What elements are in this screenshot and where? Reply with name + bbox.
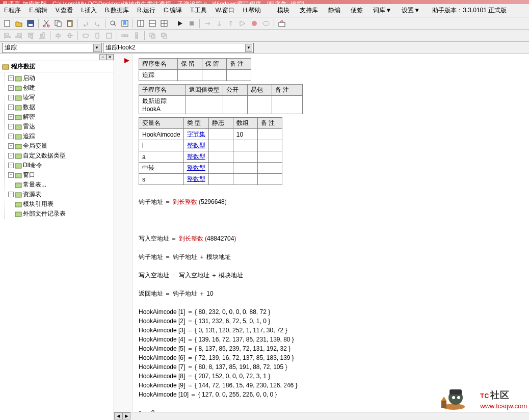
new-file-button[interactable] (2, 18, 12, 29)
expand-toggle[interactable]: + (8, 163, 14, 168)
same-height-button[interactable] (92, 31, 102, 41)
cut-button[interactable] (41, 18, 51, 29)
expand-toggle[interactable]: + (8, 104, 14, 110)
tree-item[interactable]: +自定义数据类型 (8, 151, 112, 161)
table-row[interactable]: a整数型 (139, 151, 282, 163)
type-link[interactable]: 整数型 (187, 164, 205, 171)
menu-help[interactable]: H.帮助 (241, 5, 263, 16)
table-row[interactable]: i整数型 (139, 140, 282, 151)
code-line[interactable]: HookAimcode [2] ＝ { 131, 232, 6, 72, 5, … (139, 317, 523, 326)
align-top-button[interactable] (25, 31, 36, 41)
editor-content[interactable]: 程序集名 保 留 保 留 备 注 追踪 子程序名 返回值类型 公开 (133, 54, 529, 420)
tree-item[interactable]: +Dll命令 (8, 161, 112, 170)
menu-insert[interactable]: I.插入 (79, 5, 99, 16)
code-line[interactable]: HookAimcode [5] ＝ { 8, 137, 85, 239, 72,… (139, 344, 523, 353)
expand-toggle[interactable]: + (8, 75, 14, 81)
table-row[interactable]: 中转整数型 (139, 163, 282, 174)
menu-compile[interactable]: C.编译 (162, 5, 184, 16)
view-grid-button[interactable] (159, 18, 169, 29)
scroll-left-button[interactable]: ◀ (114, 412, 122, 419)
tree-item[interactable]: +创建 (8, 83, 112, 93)
tree-item[interactable]: +窗口 (8, 170, 112, 180)
save-button[interactable] (25, 18, 36, 29)
code-line[interactable]: 钩子地址 ＝ 钩子地址 ＋ 模块地址 (139, 252, 523, 261)
tree-item[interactable]: 外部文件记录表 (8, 209, 112, 219)
menu-module[interactable]: 模块 (275, 5, 292, 16)
sidebar-minimize-button[interactable]: ▫ (99, 54, 107, 60)
table-row[interactable]: HookAimcode字节集10 (139, 129, 282, 140)
code-line[interactable]: HookAimcode [3] ＝ { 0, 131, 120, 252, 1,… (139, 326, 523, 335)
stop-button[interactable] (187, 18, 197, 29)
code-line[interactable]: HookAimcode [1] ＝ { 80, 232, 0, 0, 0, 0,… (139, 307, 523, 317)
code-line[interactable]: 钩子地址 ＝ 到长整数 (5296648) (139, 197, 523, 206)
code-line[interactable]: HookAimcode [4] ＝ { 139, 16, 72, 137, 85… (139, 335, 523, 344)
progset-selector[interactable]: 追踪 ▼ (2, 43, 102, 53)
undo-button[interactable] (81, 18, 91, 29)
tree-item[interactable]: +资源表 (8, 190, 112, 199)
expand-toggle[interactable]: + (8, 134, 14, 139)
tree-item[interactable]: +追踪 (8, 132, 112, 141)
bring-front-button[interactable] (147, 31, 157, 41)
menu-edit[interactable]: E.编辑 (27, 5, 49, 16)
table-row[interactable]: 最新追踪HookA (139, 96, 303, 114)
code-line[interactable]: HookAimcode [6] ＝ { 72, 139, 16, 72, 137… (139, 353, 523, 362)
menu-settings[interactable]: 设置▼ (400, 5, 422, 16)
send-back-button[interactable] (159, 31, 169, 41)
sub-selector[interactable]: 追踪Hook2 ▼ (103, 43, 254, 53)
watch-button[interactable] (261, 18, 271, 29)
expand-toggle[interactable]: + (8, 192, 14, 197)
tree-item[interactable]: +读写 (8, 93, 112, 102)
same-width-button[interactable] (81, 31, 91, 41)
step-out-button[interactable] (226, 18, 236, 29)
copy-button[interactable] (53, 18, 63, 29)
code-line[interactable]: HookAimcode [8] ＝ { 207, 152, 0, 0, 0, 7… (139, 372, 523, 381)
expand-toggle[interactable]: + (8, 143, 14, 149)
expand-toggle[interactable]: + (8, 124, 14, 129)
code-line[interactable]: HookAimcode [7] ＝ { 80, 8, 137, 85, 191,… (139, 362, 523, 372)
expand-toggle[interactable]: + (8, 114, 14, 120)
expand-toggle[interactable] (8, 211, 14, 217)
menu-run[interactable]: R.运行 (135, 5, 157, 16)
expand-toggle[interactable]: + (8, 85, 14, 91)
menu-support-lib[interactable]: 支持库 (298, 5, 320, 16)
redo-button[interactable] (92, 18, 102, 29)
align-left-button[interactable] (2, 31, 12, 41)
table-row[interactable]: s整数型 (139, 174, 282, 185)
tree-item[interactable]: +解密 (8, 112, 112, 122)
expand-toggle[interactable] (8, 201, 14, 207)
space-h-button[interactable] (120, 31, 130, 41)
table-row[interactable]: 追踪 (139, 70, 251, 81)
breakpoint-button[interactable] (249, 18, 259, 29)
run-button[interactable] (175, 18, 185, 29)
center-v-button[interactable] (65, 31, 75, 41)
view-hsplit-button[interactable] (147, 18, 157, 29)
build-button[interactable] (277, 18, 287, 29)
tree-item[interactable]: 常量表... (8, 180, 112, 190)
menu-window[interactable]: W.窗口 (213, 5, 236, 16)
expand-toggle[interactable]: + (8, 95, 14, 100)
tree-item[interactable]: +全局变量 (8, 141, 112, 151)
tree-item[interactable]: +数据 (8, 102, 112, 112)
space-v-button[interactable] (131, 31, 142, 41)
tree-item[interactable]: +雷达 (8, 122, 112, 132)
paste-button[interactable] (65, 18, 75, 29)
editor-hscrollbar[interactable]: ◀ ▶ (114, 412, 529, 420)
scroll-right-button[interactable]: ▶ (122, 412, 130, 419)
menu-view[interactable]: V.查看 (54, 5, 75, 16)
code-line[interactable] (139, 216, 523, 225)
expand-toggle[interactable] (8, 182, 14, 188)
sidebar-close-button[interactable]: ✕ (107, 54, 114, 60)
view-split-button[interactable] (136, 18, 146, 29)
menu-program[interactable]: F.程序 (2, 5, 23, 16)
code-line[interactable]: 返回地址 ＝ 钩子地址 ＋ 10 (139, 289, 523, 298)
find-button[interactable] (108, 18, 118, 29)
tree-item[interactable]: 模块引用表 (8, 199, 112, 209)
menu-tools[interactable]: T.工具 (188, 5, 209, 16)
type-link[interactable]: 整数型 (187, 175, 205, 182)
menu-dict[interactable]: 词库▼ (371, 5, 393, 16)
step-over-button[interactable] (202, 18, 213, 29)
menu-database[interactable]: B.数据库 (103, 5, 131, 16)
center-h-button[interactable] (53, 31, 63, 41)
expand-toggle[interactable]: + (8, 153, 14, 159)
step-into-button[interactable] (214, 18, 224, 29)
